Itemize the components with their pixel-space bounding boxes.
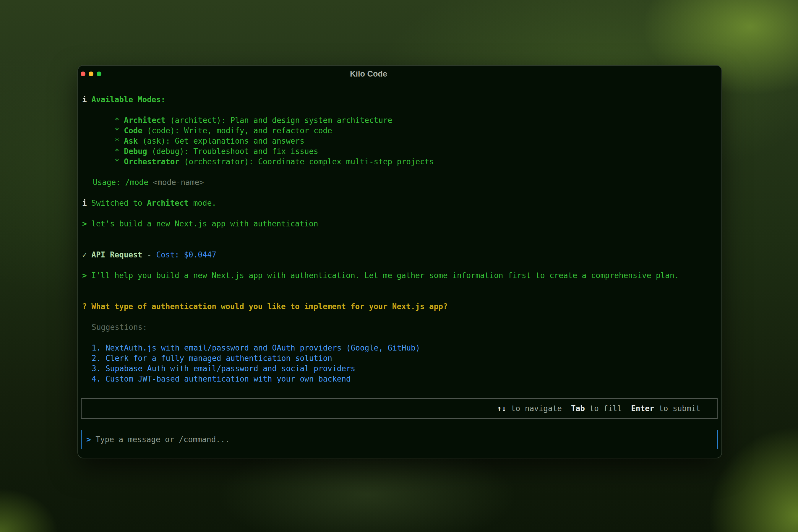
mode-item-orchestrator: * Orchestrator (orchestrator): Coordinat… <box>82 157 717 167</box>
info-icon: i <box>82 198 91 208</box>
usage-line: Usage: /mode <mode-name> <box>82 177 717 188</box>
available-modes-header: i Available Modes: <box>82 95 717 105</box>
minimize-button-icon[interactable] <box>89 72 93 76</box>
api-request-line: ✓ API Request - Cost: $0.0447 <box>82 250 717 260</box>
mode-name: Orchestrator <box>124 157 179 166</box>
bullet: * <box>115 147 124 156</box>
usage-label: Usage: /mode <box>93 178 153 187</box>
suggestion-text: NextAuth.js with email/password and OAut… <box>106 343 420 352</box>
usage-argument: <mode-name> <box>153 178 204 187</box>
mode-item-debug: * Debug (debug): Troubleshoot and fix is… <box>82 146 717 157</box>
suggestion-text: Clerk for a fully managed authentication… <box>106 354 332 363</box>
terminal-window: Kilo Code i Available Modes: * Architect… <box>77 65 722 458</box>
mode-item-code: * Code (code): Write, modify, and refact… <box>82 126 717 136</box>
suggestions-label: Suggestions: <box>82 322 717 332</box>
mode-name: Debug <box>124 147 147 156</box>
bullet: * <box>115 136 124 146</box>
switch-suffix: mode. <box>189 198 216 208</box>
hint-action: to fill <box>585 404 622 413</box>
suggestion-item-1[interactable]: 1. NextAuth.js with email/password and O… <box>82 343 717 353</box>
mode-description: (debug): Troubleshoot and fix issues <box>147 147 318 156</box>
input-prompt-caret: > <box>86 435 95 444</box>
title-bar: Kilo Code <box>78 65 721 82</box>
keyboard-hints-bar: ↑↓ to navigate Tab to fill Enter to subm… <box>81 398 718 419</box>
bullet: * <box>115 157 124 166</box>
suggestion-number: 2. <box>92 354 106 363</box>
message-input[interactable] <box>95 435 712 444</box>
question-line: ? What type of authentication would you … <box>82 302 717 312</box>
separator: - <box>142 250 156 259</box>
suggestion-number: 1. <box>92 343 106 352</box>
suggestion-number: 3. <box>92 364 106 373</box>
suggestion-item-4[interactable]: 4. Custom JWT-based authentication with … <box>82 374 717 384</box>
enter-key-label: Enter <box>631 404 654 413</box>
mode-name: Code <box>124 126 142 135</box>
user-message-text: let's build a new Next.js app with authe… <box>91 219 318 228</box>
window-title: Kilo Code <box>350 70 387 79</box>
prompt-caret: > <box>82 219 91 228</box>
bullet: * <box>115 126 124 135</box>
question-text: What type of authentication would you li… <box>91 302 448 311</box>
switch-mode-name: Architect <box>147 198 189 208</box>
mode-description: (architect): Plan and design system arch… <box>166 116 392 125</box>
api-request-label: API Request <box>91 250 142 259</box>
terminal-output: i Available Modes: * Architect (architec… <box>82 95 717 384</box>
message-input-box[interactable]: > <box>81 430 718 449</box>
modes-header-text: Available Modes: <box>91 95 165 104</box>
question-mark-icon: ? <box>82 302 91 311</box>
suggestion-text: Supabase Auth with email/password and so… <box>106 364 355 373</box>
tab-key-label: Tab <box>571 404 585 413</box>
mode-name: Ask <box>124 136 138 146</box>
switch-prefix: Switched to <box>91 198 147 208</box>
mode-description: (orchestrator): Coordinate complex multi… <box>179 157 434 166</box>
mode-item-ask: * Ask (ask): Get explanations and answer… <box>82 136 717 146</box>
assistant-message-text: I'll help you build a new Next.js app wi… <box>91 271 679 280</box>
assistant-message-line: > I'll help you build a new Next.js app … <box>82 270 717 281</box>
prompt-caret: > <box>82 271 91 280</box>
arrows-icon: ↑↓ <box>497 404 506 413</box>
suggestion-number: 4. <box>92 375 106 383</box>
bullet: * <box>115 116 124 125</box>
api-cost: Cost: $0.0447 <box>156 250 216 259</box>
mode-description: (code): Write, modify, and refactor code <box>142 126 332 135</box>
mode-switch-line: i Switched to Architect mode. <box>82 198 717 208</box>
zoom-button-icon[interactable] <box>97 72 101 76</box>
suggestion-item-2[interactable]: 2. Clerk for a fully managed authenticat… <box>82 353 717 363</box>
user-message-line: > let's build a new Next.js app with aut… <box>82 219 717 229</box>
mode-item-architect: * Architect (architect): Plan and design… <box>82 115 717 126</box>
check-icon: ✓ <box>82 250 91 259</box>
hint-action: to submit <box>654 404 701 413</box>
suggestion-item-3[interactable]: 3. Supabase Auth with email/password and… <box>82 363 717 374</box>
traffic-lights <box>81 72 101 76</box>
mode-name: Architect <box>124 116 166 125</box>
hint-action: to navigate <box>506 404 562 413</box>
close-button-icon[interactable] <box>81 72 86 76</box>
suggestion-text: Custom JWT-based authentication with you… <box>106 375 351 383</box>
info-icon: i <box>82 95 91 104</box>
mode-description: (ask): Get explanations and answers <box>138 136 304 146</box>
